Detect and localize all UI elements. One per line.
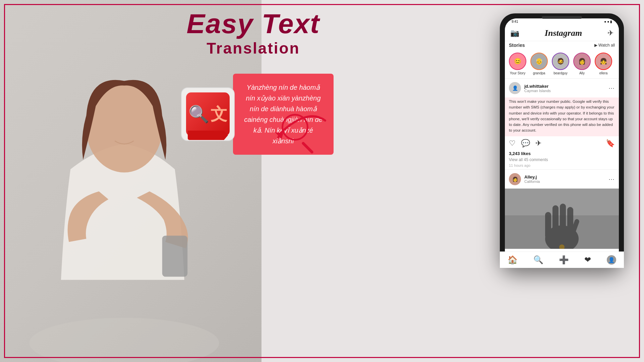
search-icon: 🔍 — [188, 104, 209, 124]
post-image-svg — [505, 189, 619, 249]
post-2-username[interactable]: Alley.j — [524, 174, 605, 179]
signal-icons: ● ● ▮ — [604, 20, 612, 23]
svg-marker-3 — [275, 132, 283, 139]
phone-notch — [542, 16, 582, 19]
post-image — [505, 189, 619, 249]
post-1-location: Cayman Islands — [524, 89, 605, 93]
story-name-ally: Ally — [579, 71, 585, 75]
send-icon[interactable]: ✈ — [607, 29, 613, 38]
post-1-username[interactable]: jd.whittaker — [524, 84, 605, 89]
post-1: 👤 jd.whittaker Cayman Islands ⋯ This won… — [505, 79, 619, 169]
svg-rect-2 — [162, 236, 187, 277]
story-avatar-ellera: 👧 — [595, 53, 612, 70]
story-avatar-grandpa: 👴 — [530, 53, 548, 70]
svg-rect-7 — [545, 212, 551, 239]
story-item-beardguy[interactable]: 🧔 beardguy — [552, 53, 569, 75]
post-1-content: This won't make your number public. Goog… — [505, 97, 619, 136]
camera-icon[interactable]: 📷 — [510, 29, 519, 38]
svg-point-0 — [30, 318, 219, 362]
story-name-grandpa: grandpa — [533, 71, 545, 75]
post-1-avatar: 👤 — [509, 82, 521, 94]
app-icon-box[interactable]: 🔍 文 — [181, 87, 235, 141]
profile-nav-button[interactable]: 👤 — [607, 255, 616, 263]
svg-rect-9 — [560, 204, 566, 237]
story-name-ellera: ellera — [599, 71, 607, 75]
ribbon-decoration — [188, 131, 228, 140]
ig-header: 📷 Instagram ✈ — [505, 24, 619, 41]
story-avatar-beardguy: 🧔 — [552, 53, 569, 70]
story-avatar-your: 😊 — [509, 53, 526, 70]
main-title: Easy Text — [184, 10, 322, 38]
instagram-logo: Instagram — [545, 28, 582, 38]
post-1-more-button[interactable]: ⋯ — [608, 84, 615, 92]
phone-container: 9:41 ● ● ▮ 📷 Instagram ✈ Stories ▶ Watch… — [500, 13, 624, 268]
watch-all-button[interactable]: ▶ Watch all — [594, 43, 615, 48]
post-2-location: California — [524, 179, 605, 184]
post-2: 👩 Alley.j California ⋯ — [505, 169, 619, 249]
post-1-time: 11 hours ago — [505, 163, 619, 169]
stories-section: Stories ▶ Watch all 😊 Your Story 👴 — [505, 41, 619, 79]
story-name-beardguy: beardguy — [553, 71, 568, 75]
stories-header: Stories ▶ Watch all — [505, 41, 619, 49]
post-2-user-info: Alley.j California — [524, 174, 605, 184]
post-1-text: This won't make your number public. Goog… — [509, 99, 615, 134]
title-area: Easy Text Translation — [184, 10, 322, 57]
search-nav-button[interactable]: 🔍 — [533, 255, 543, 263]
like-button[interactable]: ♡ — [509, 139, 516, 148]
time-display: 9:41 — [512, 20, 518, 23]
selection-indicator — [282, 114, 308, 141]
story-item-ellera[interactable]: 👧 ellera — [595, 53, 612, 75]
phone-shell: 9:41 ● ● ▮ 📷 Instagram ✈ Stories ▶ Watch… — [500, 13, 624, 268]
comment-button[interactable]: 💬 — [521, 139, 530, 148]
add-nav-button[interactable]: ➕ — [559, 255, 569, 263]
stories-bar: 😊 Your Story 👴 grandpa 🧔 — [505, 49, 619, 79]
post-1-likes: 3,243 likes — [505, 150, 619, 157]
ig-bottom-bar: 🏠 🔍 ➕ ❤ 👤 — [505, 251, 619, 263]
translate-char-icon: 文 — [211, 103, 227, 126]
translate-icons: 🔍 文 — [188, 103, 227, 126]
story-item-grandpa[interactable]: 👴 grandpa — [530, 53, 548, 75]
story-name-your: Your Story — [510, 71, 525, 75]
sub-title: Translation — [184, 39, 322, 57]
post-1-user-info: jd.whittaker Cayman Islands — [524, 84, 605, 93]
stories-label: Stories — [509, 43, 525, 48]
story-item-your[interactable]: 😊 Your Story — [509, 53, 526, 75]
story-avatar-ally: 👩 — [573, 53, 591, 70]
post-1-actions: ♡ 💬 ✈ 🔖 — [505, 136, 619, 150]
home-nav-button[interactable]: 🏠 — [508, 255, 518, 263]
app-icon-inner: 🔍 文 — [186, 92, 230, 136]
status-bar: 9:41 ● ● ▮ — [505, 18, 619, 24]
heart-nav-button[interactable]: ❤ — [584, 255, 591, 263]
svg-rect-8 — [552, 205, 559, 237]
post-1-view-comments[interactable]: View all 45 comments — [505, 157, 619, 163]
phone-screen: 9:41 ● ● ▮ 📷 Instagram ✈ Stories ▶ Watch… — [505, 18, 619, 263]
story-item-ally[interactable]: 👩 Ally — [573, 53, 591, 75]
post-2-more-button[interactable]: ⋯ — [608, 175, 615, 183]
bookmark-button[interactable]: 🔖 — [606, 139, 615, 148]
post-2-header: 👩 Alley.j California ⋯ — [505, 170, 619, 189]
post-2-avatar: 👩 — [509, 173, 521, 185]
post-1-header: 👤 jd.whittaker Cayman Islands ⋯ — [505, 79, 619, 97]
share-button[interactable]: ✈ — [535, 139, 541, 148]
